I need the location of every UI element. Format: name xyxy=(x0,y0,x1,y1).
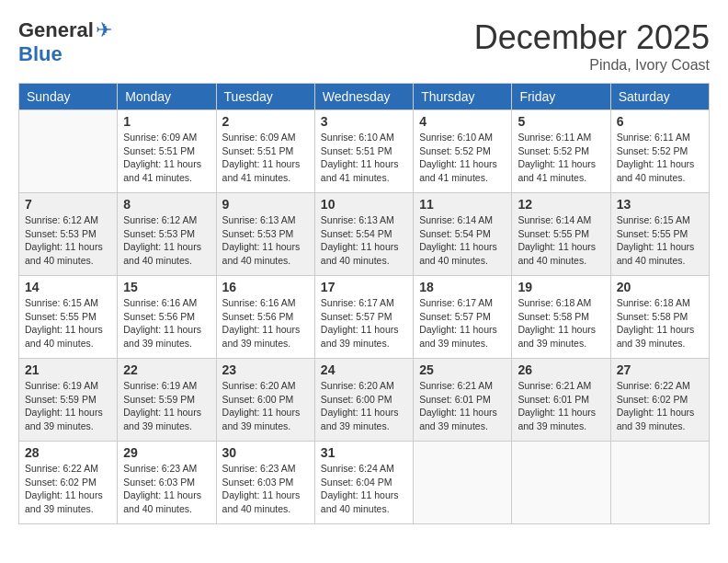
day-number: 4 xyxy=(419,114,506,129)
calendar-cell: 22Sunrise: 6:19 AM Sunset: 5:59 PM Dayli… xyxy=(118,359,216,442)
day-info: Sunrise: 6:23 AM Sunset: 6:03 PM Dayligh… xyxy=(123,462,210,516)
calendar-cell: 20Sunrise: 6:18 AM Sunset: 5:58 PM Dayli… xyxy=(610,276,709,359)
day-header-thursday: Thursday xyxy=(414,84,512,110)
day-info: Sunrise: 6:21 AM Sunset: 6:01 PM Dayligh… xyxy=(518,379,604,433)
day-info: Sunrise: 6:10 AM Sunset: 5:51 PM Dayligh… xyxy=(321,131,407,185)
calendar-cell: 5Sunrise: 6:11 AM Sunset: 5:52 PM Daylig… xyxy=(512,110,610,193)
day-info: Sunrise: 6:09 AM Sunset: 5:51 PM Dayligh… xyxy=(123,131,210,185)
calendar-cell xyxy=(414,442,512,524)
day-info: Sunrise: 6:13 AM Sunset: 5:53 PM Dayligh… xyxy=(222,213,309,268)
day-info: Sunrise: 6:16 AM Sunset: 5:56 PM Dayligh… xyxy=(123,296,210,350)
day-info: Sunrise: 6:20 AM Sunset: 6:00 PM Dayligh… xyxy=(321,379,407,433)
calendar-cell: 3Sunrise: 6:10 AM Sunset: 5:51 PM Daylig… xyxy=(314,110,413,193)
calendar-cell: 15Sunrise: 6:16 AM Sunset: 5:56 PM Dayli… xyxy=(118,276,216,359)
calendar-cell: 13Sunrise: 6:15 AM Sunset: 5:55 PM Dayli… xyxy=(610,193,709,276)
page-header: General ✈ Blue December 2025 Pinda, Ivor… xyxy=(18,18,710,74)
day-number: 26 xyxy=(518,362,604,377)
day-number: 6 xyxy=(617,114,703,129)
day-number: 13 xyxy=(617,197,703,212)
day-info: Sunrise: 6:11 AM Sunset: 5:52 PM Dayligh… xyxy=(518,131,604,185)
calendar-cell: 12Sunrise: 6:14 AM Sunset: 5:55 PM Dayli… xyxy=(512,193,610,276)
day-number: 20 xyxy=(617,280,703,294)
day-number: 22 xyxy=(123,362,210,377)
calendar-cell: 23Sunrise: 6:20 AM Sunset: 6:00 PM Dayli… xyxy=(216,359,314,442)
day-number: 3 xyxy=(321,114,407,129)
calendar-cell: 25Sunrise: 6:21 AM Sunset: 6:01 PM Dayli… xyxy=(414,359,512,442)
calendar-header-row: SundayMondayTuesdayWednesdayThursdayFrid… xyxy=(19,84,710,110)
calendar-cell xyxy=(512,442,610,524)
calendar-cell: 4Sunrise: 6:10 AM Sunset: 5:52 PM Daylig… xyxy=(414,110,512,193)
calendar-week-row: 7Sunrise: 6:12 AM Sunset: 5:53 PM Daylig… xyxy=(19,193,710,276)
calendar-week-row: 21Sunrise: 6:19 AM Sunset: 5:59 PM Dayli… xyxy=(19,359,710,442)
calendar-cell: 2Sunrise: 6:09 AM Sunset: 5:51 PM Daylig… xyxy=(216,110,314,193)
day-info: Sunrise: 6:17 AM Sunset: 5:57 PM Dayligh… xyxy=(419,296,506,350)
day-info: Sunrise: 6:22 AM Sunset: 6:02 PM Dayligh… xyxy=(25,462,111,516)
day-info: Sunrise: 6:18 AM Sunset: 5:58 PM Dayligh… xyxy=(518,296,604,350)
day-header-saturday: Saturday xyxy=(610,84,709,110)
day-info: Sunrise: 6:19 AM Sunset: 5:59 PM Dayligh… xyxy=(123,379,210,433)
calendar-cell: 24Sunrise: 6:20 AM Sunset: 6:00 PM Dayli… xyxy=(314,359,413,442)
location: Pinda, Ivory Coast xyxy=(474,57,710,74)
calendar-cell: 10Sunrise: 6:13 AM Sunset: 5:54 PM Dayli… xyxy=(314,193,413,276)
day-info: Sunrise: 6:12 AM Sunset: 5:53 PM Dayligh… xyxy=(123,213,210,268)
day-number: 27 xyxy=(617,362,703,377)
day-number: 25 xyxy=(419,362,506,377)
day-info: Sunrise: 6:14 AM Sunset: 5:55 PM Dayligh… xyxy=(518,213,604,268)
day-number: 10 xyxy=(321,197,407,212)
day-number: 30 xyxy=(222,445,309,460)
day-header-sunday: Sunday xyxy=(19,84,118,110)
calendar-cell: 9Sunrise: 6:13 AM Sunset: 5:53 PM Daylig… xyxy=(216,193,314,276)
day-number: 8 xyxy=(123,197,210,212)
day-info: Sunrise: 6:22 AM Sunset: 6:02 PM Dayligh… xyxy=(617,379,703,433)
day-info: Sunrise: 6:11 AM Sunset: 5:52 PM Dayligh… xyxy=(617,131,703,185)
calendar-cell: 18Sunrise: 6:17 AM Sunset: 5:57 PM Dayli… xyxy=(414,276,512,359)
day-info: Sunrise: 6:14 AM Sunset: 5:54 PM Dayligh… xyxy=(419,213,506,268)
day-number: 24 xyxy=(321,362,407,377)
day-number: 29 xyxy=(123,445,210,460)
day-number: 11 xyxy=(419,197,506,212)
day-info: Sunrise: 6:10 AM Sunset: 5:52 PM Dayligh… xyxy=(419,131,506,185)
day-number: 5 xyxy=(518,114,604,129)
day-info: Sunrise: 6:18 AM Sunset: 5:58 PM Dayligh… xyxy=(617,296,703,350)
calendar-cell: 1Sunrise: 6:09 AM Sunset: 5:51 PM Daylig… xyxy=(118,110,216,193)
day-number: 2 xyxy=(222,114,309,129)
day-number: 12 xyxy=(518,197,604,212)
day-header-friday: Friday xyxy=(512,84,610,110)
day-info: Sunrise: 6:12 AM Sunset: 5:53 PM Dayligh… xyxy=(25,213,111,268)
calendar-cell: 26Sunrise: 6:21 AM Sunset: 6:01 PM Dayli… xyxy=(512,359,610,442)
calendar-cell: 7Sunrise: 6:12 AM Sunset: 5:53 PM Daylig… xyxy=(19,193,118,276)
calendar-cell: 14Sunrise: 6:15 AM Sunset: 5:55 PM Dayli… xyxy=(19,276,118,359)
day-number: 7 xyxy=(25,197,111,212)
calendar-table: SundayMondayTuesdayWednesdayThursdayFrid… xyxy=(18,83,710,524)
day-info: Sunrise: 6:23 AM Sunset: 6:03 PM Dayligh… xyxy=(222,462,309,516)
logo-general-text: General xyxy=(18,18,94,42)
day-number: 31 xyxy=(321,445,407,460)
day-number: 19 xyxy=(518,280,604,294)
calendar-cell: 30Sunrise: 6:23 AM Sunset: 6:03 PM Dayli… xyxy=(216,442,314,524)
calendar-cell xyxy=(610,442,709,524)
calendar-cell: 27Sunrise: 6:22 AM Sunset: 6:02 PM Dayli… xyxy=(610,359,709,442)
day-number: 18 xyxy=(419,280,506,294)
day-number: 21 xyxy=(25,362,111,377)
day-number: 15 xyxy=(123,280,210,294)
day-info: Sunrise: 6:16 AM Sunset: 5:56 PM Dayligh… xyxy=(222,296,309,350)
day-number: 14 xyxy=(25,280,111,294)
calendar-cell: 29Sunrise: 6:23 AM Sunset: 6:03 PM Dayli… xyxy=(118,442,216,524)
calendar-cell: 17Sunrise: 6:17 AM Sunset: 5:57 PM Dayli… xyxy=(314,276,413,359)
calendar-week-row: 14Sunrise: 6:15 AM Sunset: 5:55 PM Dayli… xyxy=(19,276,710,359)
day-header-monday: Monday xyxy=(118,84,216,110)
day-header-tuesday: Tuesday xyxy=(216,84,314,110)
day-info: Sunrise: 6:24 AM Sunset: 6:04 PM Dayligh… xyxy=(321,462,407,516)
month-title: December 2025 xyxy=(474,18,710,57)
logo-bird-icon: ✈ xyxy=(96,18,112,42)
day-info: Sunrise: 6:21 AM Sunset: 6:01 PM Dayligh… xyxy=(419,379,506,433)
calendar-cell: 28Sunrise: 6:22 AM Sunset: 6:02 PM Dayli… xyxy=(19,442,118,524)
calendar-cell: 31Sunrise: 6:24 AM Sunset: 6:04 PM Dayli… xyxy=(314,442,413,524)
day-number: 17 xyxy=(321,280,407,294)
day-info: Sunrise: 6:17 AM Sunset: 5:57 PM Dayligh… xyxy=(321,296,407,350)
calendar-cell: 6Sunrise: 6:11 AM Sunset: 5:52 PM Daylig… xyxy=(610,110,709,193)
logo-blue-text: Blue xyxy=(18,42,63,66)
day-number: 1 xyxy=(123,114,210,129)
day-number: 9 xyxy=(222,197,309,212)
day-number: 16 xyxy=(222,280,309,294)
